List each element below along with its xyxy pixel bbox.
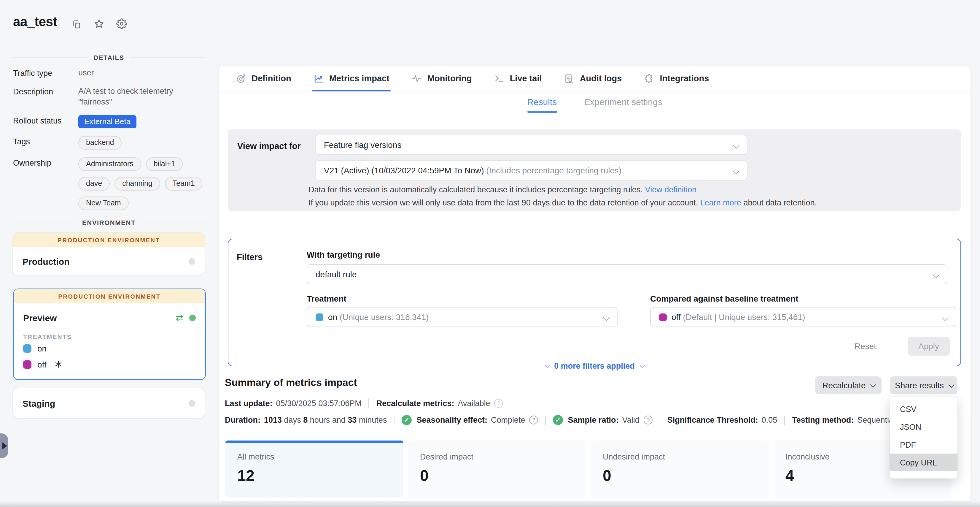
targeting-rule-dropdown[interactable]: default rule (307, 264, 947, 284)
owner-pill[interactable]: New Team (78, 196, 129, 210)
owner-pill[interactable]: bilal+1 (146, 157, 183, 171)
target-icon (236, 73, 246, 83)
view-definition-link[interactable]: View definition (645, 185, 697, 194)
helper-text: If you update this version we will only … (309, 198, 700, 207)
env-card-production[interactable]: PRODUCTION ENVIRONMENT Production (13, 233, 205, 276)
tab-label: Live tail (510, 73, 542, 83)
env-card-preview[interactable]: PRODUCTION ENVIRONMENT Preview TREATMENT… (13, 289, 206, 380)
tab-audit-logs[interactable]: Audit logs (565, 66, 622, 91)
treatment-dropdown[interactable]: on (Unique users: 316,341) (307, 307, 617, 327)
page-bottom-shadow (0, 501, 980, 507)
tab-metrics-impact[interactable]: Metrics impact (314, 66, 390, 91)
treatment-off-swatch (659, 313, 667, 321)
view-impact-label: View impact for (237, 141, 301, 151)
filters-panel: Filters With targeting rule default rule… (228, 239, 961, 366)
divider (369, 399, 369, 408)
treatment-on-swatch (316, 313, 323, 321)
tag-pill[interactable]: backend (78, 136, 122, 150)
baseline-value: off (671, 312, 683, 322)
version-dropdown[interactable]: V21 (Active) (10/03/2022 04:59PM To Now)… (315, 160, 748, 180)
recalculate-button[interactable]: Recalculate (815, 376, 881, 394)
more-filters-label: 0 more filters applied (554, 361, 635, 370)
chevron-down-icon (933, 272, 940, 279)
details-title: DETAILS (94, 54, 124, 61)
menu-item-json[interactable]: JSON (890, 418, 958, 436)
tab-label: Audit logs (580, 73, 622, 83)
tab-label: Definition (251, 73, 291, 83)
card-undesired-impact[interactable]: Undesired impact 0 (591, 440, 769, 497)
owner-pill[interactable]: channing (115, 177, 160, 191)
tab-label: Monitoring (427, 73, 472, 83)
tags-label: Tags (13, 136, 78, 150)
baseline-dropdown[interactable]: off (Default | Unique users: 315,461) (650, 307, 956, 327)
tab-monitoring[interactable]: Monitoring (412, 66, 472, 91)
description-label: Description (13, 86, 78, 107)
recalculate-label: Recalculate (822, 381, 865, 390)
env-name-staging: Staging (22, 398, 55, 408)
puzzle-icon (644, 73, 654, 83)
page-title: aa_test (13, 14, 57, 30)
star-icon[interactable] (94, 18, 104, 29)
owner-pill[interactable]: dave (78, 177, 110, 191)
menu-item-pdf[interactable]: PDF (890, 436, 958, 454)
card-value: 0 (420, 467, 586, 485)
treatment-on-label: on (37, 343, 46, 353)
chevron-down-icon (733, 168, 740, 175)
share-results-button[interactable]: Share results (890, 376, 958, 394)
check-circle-icon (402, 415, 412, 425)
duration-value: 1013 days 8 hours and 33 minutes (264, 416, 387, 424)
help-circle-icon[interactable] (644, 416, 652, 424)
divider (546, 415, 546, 425)
owner-pill[interactable]: Administrators (78, 157, 141, 171)
chevron-down-icon (870, 382, 876, 387)
menu-item-copy-url[interactable]: Copy URL (890, 454, 958, 471)
card-label: Undesired impact (603, 453, 769, 461)
card-all-metrics[interactable]: All metrics 12 (226, 440, 403, 497)
learn-more-link[interactable]: Learn more (700, 198, 741, 207)
production-env-banner: PRODUCTION ENVIRONMENT (13, 233, 205, 247)
divider (660, 415, 660, 425)
testing-method-label: Testing method: (792, 416, 854, 424)
more-filters-toggle[interactable]: 0 more filters applied (538, 359, 651, 373)
share-results-label: Share results (895, 381, 944, 390)
apply-button[interactable]: Apply (908, 336, 950, 356)
rollout-status-badge[interactable]: External Beta (78, 115, 137, 128)
expand-arrow-icon (2, 442, 7, 450)
chevron-down-icon (942, 314, 948, 321)
info-circle-icon[interactable] (495, 399, 503, 408)
owner-pill[interactable]: Team1 (165, 177, 203, 191)
version-note: (Includes percentage targeting rules) (486, 166, 621, 175)
chart-line-icon (314, 73, 324, 83)
tab-label: Integrations (660, 73, 709, 83)
menu-item-csv[interactable]: CSV (890, 400, 958, 418)
tab-integrations[interactable]: Integrations (644, 66, 709, 91)
traffic-type-value: user (78, 68, 205, 78)
sample-ratio-value: Valid (622, 416, 640, 424)
helper-text: about data retention. (741, 198, 817, 207)
subtab-experiment-settings[interactable]: Experiment settings (584, 97, 662, 112)
copy-icon[interactable] (72, 19, 81, 29)
view-impact-section: View impact for Feature flag versions V2… (228, 129, 961, 211)
production-env-banner: PRODUCTION ENVIRONMENT (14, 289, 205, 303)
details-divider: DETAILS (13, 54, 205, 61)
treatment-detail: (Unique users: 316,341) (340, 312, 429, 322)
significance-label: Significance Threshold: (667, 416, 758, 424)
helper-text: Data for this version is automatically c… (309, 185, 645, 194)
impact-type-dropdown[interactable]: Feature flag versions (315, 135, 748, 155)
treatment-off-label: off (37, 359, 46, 369)
card-desired-impact[interactable]: Desired impact 0 (408, 440, 586, 497)
sidebar-expand-handle[interactable] (0, 434, 8, 458)
tab-definition[interactable]: Definition (236, 66, 291, 91)
card-label: All metrics (237, 453, 403, 461)
gear-icon[interactable] (116, 18, 127, 29)
reset-button[interactable]: Reset (854, 341, 876, 351)
tab-live-tail[interactable]: Live tail (495, 66, 542, 91)
help-circle-icon[interactable] (530, 416, 538, 424)
card-label: Desired impact (420, 453, 586, 461)
targeting-rule-value: default rule (316, 269, 357, 279)
subtab-results[interactable]: Results (527, 97, 557, 112)
env-card-staging[interactable]: Staging (13, 388, 205, 418)
share-results-menu: CSV JSON PDF Copy URL (890, 397, 958, 478)
chevron-down-icon (948, 382, 954, 387)
tab-label: Metrics impact (329, 73, 390, 83)
